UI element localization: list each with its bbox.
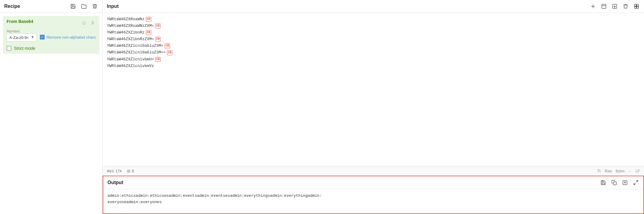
pause-op-button[interactable]: ⏸ — [90, 20, 96, 27]
recipe-header-icons — [70, 3, 98, 10]
lines-stat: 8 — [127, 169, 134, 173]
tt-icon: Tt — [597, 169, 601, 173]
remove-non-alpha-checkbox[interactable]: ✓ — [40, 35, 45, 40]
input-line-8: YWRtaW46ZXZlcnlvbmVz — [107, 63, 640, 69]
lines-value: 8 — [132, 169, 134, 173]
new-tab-button[interactable] — [601, 3, 607, 10]
input-header: Input — [103, 0, 644, 13]
footer-right: Tt Raw Bytes ← LF — [596, 168, 640, 174]
operation-card: From Base64 ⊘ ⏸ Alphabet A-Za-z0-9+/= ▼ … — [3, 16, 99, 54]
delete-button[interactable] — [91, 3, 98, 10]
lf-label: LF — [636, 169, 640, 173]
output-line-1: admin:ethicsadmin:ethicsesadmin:eventsad… — [107, 193, 639, 199]
cr-badge-4: CR — [155, 37, 161, 42]
export-icon — [622, 180, 628, 185]
disable-op-button[interactable]: ⊘ — [82, 20, 87, 27]
svg-rect-6 — [634, 4, 636, 6]
font-toggle[interactable]: Tt — [596, 168, 601, 174]
expand-output-button[interactable] — [633, 179, 639, 186]
right-panel: Input — [103, 0, 644, 214]
new-tab-icon — [601, 4, 607, 9]
output-content: admin:ethicsadmin:ethicsesadmin:eventsad… — [103, 189, 643, 213]
cr-badge-2: CR — [155, 24, 161, 28]
input-header-icons — [590, 3, 640, 10]
output-header: Output — [103, 176, 643, 189]
input-line-6: YWRtaW46ZXZlcnl0aGluZ3M== CR — [107, 49, 640, 56]
lines-icon — [127, 169, 131, 173]
save-icon — [70, 4, 76, 9]
cr-badge-6: CR — [167, 50, 172, 55]
layout-button[interactable] — [633, 3, 640, 10]
output-section: Output — [103, 176, 644, 214]
svg-rect-7 — [637, 4, 639, 6]
svg-line-16 — [636, 180, 638, 182]
input-line-3: YWRtaW46ZXZlbnRz CR — [107, 29, 640, 36]
save-output-icon — [601, 180, 606, 185]
save-button[interactable] — [70, 3, 76, 10]
input-footer: REC 174 8 Tt Raw Bytes ← LF — [103, 166, 644, 176]
input-line-2: YWRtaW46ZXRoaWNzZXM= CR — [107, 23, 640, 29]
plus-icon — [590, 4, 596, 9]
expand-icon — [633, 180, 639, 185]
save-output-button[interactable] — [600, 179, 607, 186]
operation-title: From Base64 — [7, 19, 33, 24]
left-panel: Recipe — [0, 0, 103, 214]
remove-non-alpha-row: ✓ Remove non-alphabet chars — [40, 35, 96, 40]
cr-badge-1: CR — [146, 17, 151, 22]
clear-input-button[interactable] — [622, 3, 629, 10]
svg-rect-9 — [637, 7, 639, 8]
rec-stat: REC 174 — [107, 169, 122, 173]
import-button[interactable] — [611, 3, 618, 10]
copy-output-button[interactable] — [611, 179, 617, 186]
arrow-label: ← — [628, 169, 632, 173]
svg-rect-13 — [614, 182, 617, 185]
copy-icon — [611, 180, 617, 185]
raw-label: Raw — [605, 169, 612, 173]
op-card-header: From Base64 ⊘ ⏸ — [7, 19, 96, 27]
input-section: Input — [103, 0, 644, 176]
rec-value: 174 — [116, 169, 122, 173]
strict-mode-checkbox[interactable] — [7, 46, 11, 51]
cr-badge-7: CR — [155, 57, 161, 62]
alphabet-label: Alphabet — [7, 29, 37, 33]
operation-controls: Alphabet A-Za-z0-9+/= ▼ ✓ Remove non-alp… — [7, 29, 96, 42]
output-title: Output — [107, 180, 123, 185]
cr-badge-5: CR — [165, 43, 170, 48]
op-card-right-icons: ⊘ ⏸ — [82, 20, 96, 27]
svg-rect-2 — [602, 4, 606, 8]
input-line-5: YWRtaW46ZXZlcnl0aGluZ3M= CR — [107, 43, 640, 49]
remove-non-alpha-label[interactable]: Remove non-alphabet chars — [46, 35, 96, 40]
input-line-7: YWRtaW46ZXZlcnlvbmU= CR — [107, 56, 640, 63]
folder-icon — [81, 4, 87, 9]
bytes-label: Bytes — [616, 169, 625, 173]
svg-line-17 — [634, 183, 635, 185]
input-line-4: YWRtaW46ZXZlbnRzZXM= CR — [107, 36, 640, 43]
output-line-2: everyoneadmin:everyones — [107, 199, 639, 206]
recipe-title: Recipe — [4, 4, 20, 9]
recipe-header: Recipe — [0, 0, 102, 13]
cr-badge-3: CR — [146, 30, 151, 35]
add-input-button[interactable] — [590, 3, 596, 10]
alphabet-select-wrapper: Alphabet A-Za-z0-9+/= ▼ — [7, 29, 37, 42]
input-line-1: YWRtaW46ZXRoaWNz CR — [107, 16, 640, 23]
strict-mode-label[interactable]: Strict mode — [14, 46, 35, 51]
layout-icon — [634, 4, 639, 9]
footer-left: REC 174 8 — [107, 169, 134, 173]
export-output-button[interactable] — [622, 179, 628, 186]
trash-icon — [92, 4, 98, 9]
alphabet-select[interactable]: A-Za-z0-9+/= — [7, 34, 37, 42]
open-folder-button[interactable] — [81, 3, 87, 10]
input-content[interactable]: YWRtaW46ZXRoaWNz CR YWRtaW46ZXRoaWNzZXM=… — [103, 13, 644, 166]
rec-label: REC — [107, 169, 114, 173]
trash-input-icon — [623, 4, 628, 9]
input-title: Input — [107, 4, 119, 9]
svg-rect-8 — [634, 7, 636, 8]
strict-mode-row: Strict mode — [7, 46, 96, 51]
output-header-icons — [600, 179, 639, 186]
import-icon — [612, 4, 617, 9]
